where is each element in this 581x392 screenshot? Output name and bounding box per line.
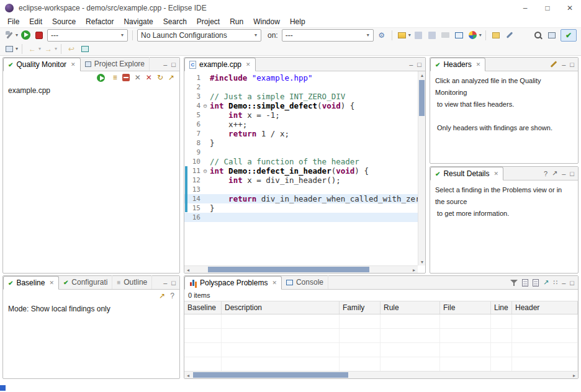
tab-baseline[interactable]: ✔ Baseline ✕ <box>3 276 59 290</box>
new-wizard-dropdown-icon[interactable]: ▾ <box>408 32 411 38</box>
run-history-dropdown-icon[interactable]: ▾ <box>479 32 482 38</box>
save-all-button[interactable] <box>426 30 438 41</box>
maximize-view-icon[interactable]: □ <box>171 279 176 287</box>
tab-console[interactable]: Console <box>282 275 328 289</box>
scroll-right-icon[interactable]: ▸ <box>570 372 578 379</box>
editor-vertical-scrollbar[interactable]: ▴ ▾ <box>418 71 425 265</box>
code-line[interactable]: 15} <box>184 203 418 213</box>
maximize-view-icon[interactable]: □ <box>171 61 176 68</box>
close-icon[interactable]: ✕ <box>49 280 54 286</box>
close-icon[interactable]: ✕ <box>71 61 76 68</box>
close-icon[interactable]: ✕ <box>493 171 498 177</box>
run-file-analysis-button[interactable] <box>96 72 107 83</box>
close-icon[interactable]: ✕ <box>476 61 481 68</box>
menu-run[interactable]: Run <box>225 17 248 27</box>
share-icon[interactable]: ↗ <box>543 278 549 287</box>
tab-configuration[interactable]: ✔ Configurati <box>59 275 112 289</box>
quality-monitor-file-item[interactable]: example.cpp <box>3 84 179 97</box>
column-header-rule[interactable]: Rule <box>381 301 440 314</box>
help-icon[interactable]: ? <box>544 170 547 177</box>
scrollbar-thumb[interactable] <box>208 267 369 272</box>
help-icon[interactable]: ? <box>170 292 174 300</box>
tab-polyspace-problems[interactable]: Polyspace Problems ✕ <box>184 276 282 290</box>
maximize-view-icon[interactable]: □ <box>417 61 421 68</box>
tab-project-explorer[interactable]: Project Explore <box>81 57 150 71</box>
menu-edit[interactable]: Edit <box>24 17 47 27</box>
code-line[interactable]: 10// Call a function of the header <box>184 157 418 166</box>
minimize-view-icon[interactable]: – <box>163 61 167 68</box>
open-perspective-button[interactable] <box>546 30 557 41</box>
code-line[interactable]: 8} <box>184 138 418 148</box>
problems-horizontal-scrollbar[interactable]: ◂ ▸ <box>184 371 578 378</box>
print-button[interactable] <box>440 30 451 41</box>
menu-file[interactable]: File <box>2 17 24 27</box>
close-icon[interactable]: ✕ <box>272 280 277 286</box>
save-button[interactable] <box>413 30 424 41</box>
forward-dropdown-icon[interactable]: ▾ <box>55 46 57 51</box>
stop-analysis-button[interactable] <box>34 30 45 41</box>
maximize-view-icon[interactable]: □ <box>570 170 574 177</box>
scroll-right-icon[interactable]: ▸ <box>410 266 418 274</box>
open-external-icon[interactable]: ↗ <box>552 169 557 177</box>
scrollbar-thumb[interactable] <box>419 80 425 116</box>
view-menu-icon[interactable]: ∷ <box>553 278 557 287</box>
scrollbar-thumb[interactable] <box>193 372 348 378</box>
code-line[interactable]: 4⊖int Demo::simple_defect(void) { <box>184 101 418 110</box>
tab-quality-monitor[interactable]: ✔ Quality Monitor ✕ <box>3 58 81 71</box>
analysis-mode-combo[interactable]: --- ▾ <box>47 29 128 42</box>
export-icon[interactable]: ↗ <box>159 292 165 300</box>
code-line[interactable]: 6 x++; <box>184 120 418 129</box>
minimize-view-icon[interactable]: – <box>163 279 167 287</box>
scroll-down-icon[interactable]: ▾ <box>418 258 426 265</box>
table-row[interactable] <box>184 343 578 357</box>
polyspace-perspective-button[interactable]: ✔ <box>561 29 577 42</box>
maximize-view-icon[interactable]: □ <box>570 61 574 68</box>
tab-headers[interactable]: ✔ Headers ✕ <box>430 58 485 71</box>
code-line[interactable]: 13 <box>184 185 418 194</box>
code-line[interactable]: 11⊖int Demo::defect_in_header(void) { <box>184 166 418 176</box>
code-line[interactable]: 7 return 1 / x; <box>184 129 418 138</box>
menu-navigate[interactable]: Navigate <box>119 17 158 27</box>
column-header-file[interactable]: File <box>440 301 491 314</box>
column-header-line[interactable]: Line <box>491 301 512 314</box>
console-button[interactable] <box>454 30 465 41</box>
menu-project[interactable]: Project <box>192 17 225 27</box>
code-line[interactable]: 1#include "example.hpp" <box>184 73 418 82</box>
run-history-button[interactable] <box>467 30 479 41</box>
delete-all-icon[interactable]: ✕ <box>146 73 152 82</box>
window-minimize-button[interactable]: – <box>514 0 536 16</box>
refresh-icon[interactable]: ↻ <box>157 73 163 82</box>
minimize-view-icon[interactable]: – <box>562 279 565 287</box>
menu-source[interactable]: Source <box>47 17 81 27</box>
table-row[interactable] <box>184 329 578 343</box>
code-line[interactable]: 3// Just a simple INT_ZERO_DIV <box>184 92 418 101</box>
scroll-left-icon[interactable]: ◂ <box>184 372 192 379</box>
column-header-family[interactable]: Family <box>340 301 381 314</box>
configure-analysis-icon[interactable] <box>4 30 15 41</box>
minimize-view-icon[interactable]: – <box>562 61 565 68</box>
tab-result-details[interactable]: ✔ Result Details ✕ <box>430 167 503 180</box>
annotate-button[interactable] <box>504 30 515 41</box>
minimize-view-icon[interactable]: – <box>409 61 413 68</box>
scroll-up-icon[interactable]: ▴ <box>418 71 426 79</box>
clear-icon[interactable]: ✕ <box>135 73 141 82</box>
new-wizard-button[interactable] <box>397 30 408 41</box>
target-settings-gear-icon[interactable]: ⚙ <box>376 30 387 41</box>
code-line[interactable]: 16 <box>184 213 418 222</box>
forward-button[interactable]: → <box>43 43 54 55</box>
last-edit-location-button[interactable]: ↩ <box>66 43 77 55</box>
fold-marker-icon[interactable]: ⊖ <box>200 101 210 110</box>
remove-result-icon[interactable] <box>122 74 130 81</box>
search-button[interactable] <box>533 30 544 41</box>
views-button[interactable] <box>4 43 15 55</box>
menu-help[interactable]: Help <box>285 17 310 27</box>
column-header-baseline[interactable]: Baseline <box>184 301 222 314</box>
editor-horizontal-scrollbar[interactable]: ◂ ▸ <box>184 265 418 273</box>
export-icon[interactable]: ↗ <box>168 73 174 82</box>
table-row[interactable] <box>184 314 578 329</box>
menu-search[interactable]: Search <box>158 17 192 27</box>
configure-dropdown-icon[interactable]: ▾ <box>16 32 18 38</box>
table-row[interactable] <box>184 357 578 372</box>
code-line[interactable]: 5 int x = -1; <box>184 110 418 120</box>
open-element-button[interactable] <box>490 30 502 41</box>
